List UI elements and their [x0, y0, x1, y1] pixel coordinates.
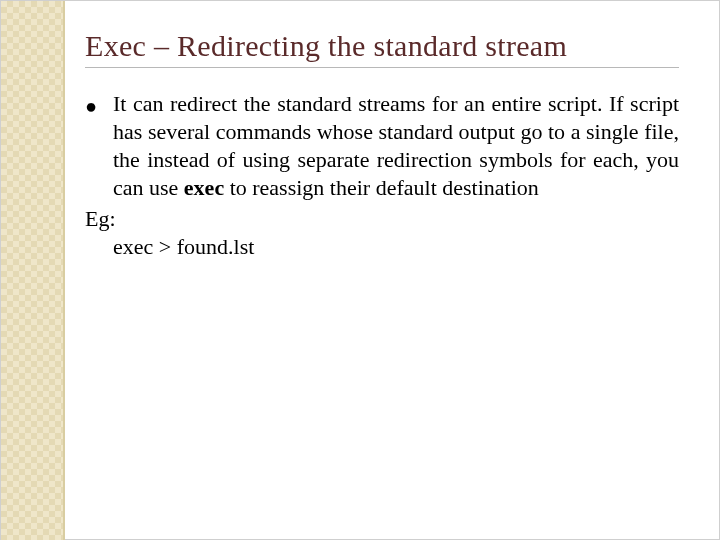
- slide: Exec – Redirecting the standard stream ●…: [0, 0, 720, 540]
- example-command: exec > found.lst: [85, 233, 679, 261]
- slide-title: Exec – Redirecting the standard stream: [85, 29, 679, 63]
- slide-content: Exec – Redirecting the standard stream ●…: [65, 1, 719, 261]
- body-text-bold: exec: [184, 175, 224, 200]
- bullet-marker: ●: [85, 90, 113, 203]
- title-divider: [85, 67, 679, 68]
- slide-body: ● It can redirect the standard streams f…: [85, 90, 679, 261]
- body-text-post: to reassign their default destination: [224, 175, 539, 200]
- bullet-text: It can redirect the standard streams for…: [113, 90, 679, 203]
- example-label: Eg:: [85, 205, 679, 233]
- bullet-item: ● It can redirect the standard streams f…: [85, 90, 679, 203]
- decorative-sidebar: [1, 1, 65, 540]
